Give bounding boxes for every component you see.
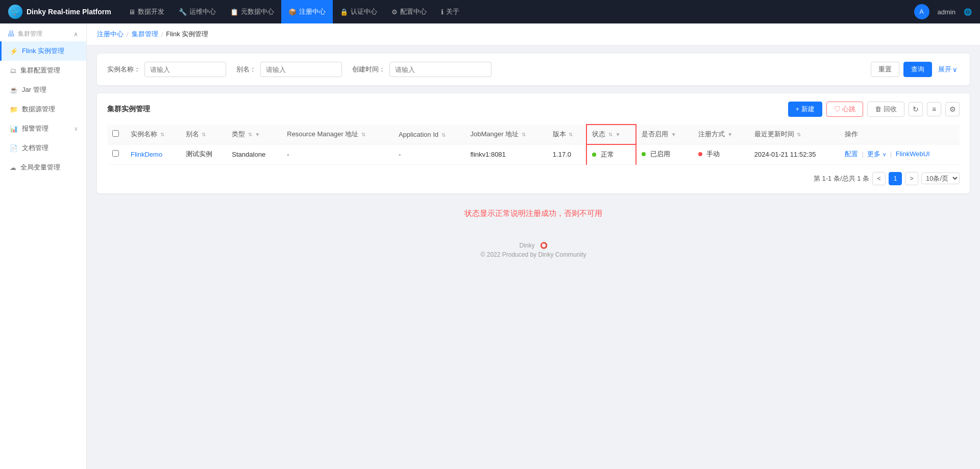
column-settings-icon-btn[interactable]: ≡ bbox=[927, 102, 941, 116]
rm-sort-icon[interactable]: ⇅ bbox=[361, 132, 365, 137]
alias-sort-icon[interactable]: ⇅ bbox=[202, 132, 206, 137]
version-sort-icon[interactable]: ⇅ bbox=[569, 132, 573, 137]
sidebar-item-report[interactable]: 📊 报警管理 ∨ bbox=[0, 119, 86, 138]
refresh-icon-btn[interactable]: ↻ bbox=[909, 102, 923, 116]
webui-action[interactable]: FlinkWebUI bbox=[896, 150, 930, 158]
nav-register-center[interactable]: 📦 注册中心 bbox=[281, 0, 333, 23]
data-table: 实例名称 ⇅ 别名 ⇅ 类型 ⇅ ▼ bbox=[107, 124, 960, 165]
sidebar-group-label: 品 集群管理 bbox=[8, 30, 42, 38]
sidebar-item-jar[interactable]: ☕ Jar 管理 bbox=[0, 80, 86, 100]
sidebar-item-flink-instance[interactable]: ⚡ Flink 实例管理 bbox=[0, 41, 86, 61]
sidebar-item-datasource[interactable]: 📁 数据源管理 bbox=[0, 100, 86, 119]
row-actions-cell: 配置 | 更多 ∨ | FlinkWebUI bbox=[840, 144, 960, 165]
create-time-input[interactable] bbox=[389, 62, 492, 77]
sidebar-cluster-config-label: 集群配置管理 bbox=[20, 66, 60, 75]
th-enabled: 是否启用 ▼ bbox=[636, 125, 693, 144]
row-version: 1.17.0 bbox=[553, 151, 571, 158]
row-checkbox-cell bbox=[107, 144, 126, 165]
reset-button[interactable]: 重置 bbox=[871, 62, 899, 77]
next-page-btn[interactable]: > bbox=[905, 172, 918, 185]
name-sort-icon[interactable]: ⇅ bbox=[160, 132, 164, 137]
th-type: 类型 ⇅ ▼ bbox=[227, 125, 282, 144]
sidebar-report-label: 报警管理 bbox=[22, 124, 48, 133]
nav-ops-center[interactable]: 🔧 运维中心 bbox=[172, 0, 223, 23]
appid-sort-icon[interactable]: ⇅ bbox=[442, 132, 446, 138]
nav-ops-label: 运维中心 bbox=[189, 7, 216, 16]
query-button[interactable]: 查询 bbox=[903, 62, 932, 77]
auth-icon: 🔒 bbox=[340, 8, 348, 16]
more-action[interactable]: 更多 ∨ bbox=[867, 150, 888, 158]
table-settings-icon-btn[interactable]: ⚙ bbox=[945, 102, 960, 116]
row-version-cell: 1.17.0 bbox=[548, 144, 586, 165]
row-name-cell: FlinkDemo bbox=[126, 144, 181, 165]
regmethod-filter-icon[interactable]: ▼ bbox=[727, 132, 732, 137]
row-time: 2024-01-21 11:52:35 bbox=[754, 151, 816, 158]
avatar[interactable]: A bbox=[914, 4, 929, 19]
hint-text: 状态显示正常说明注册成功，否则不可用 bbox=[97, 209, 970, 218]
row-type-cell: Standalone bbox=[227, 144, 282, 165]
sidebar-item-global-var[interactable]: ☁ 全局变量管理 bbox=[0, 158, 86, 177]
nav-register-label: 注册中心 bbox=[299, 7, 326, 16]
row-time-cell: 2024-01-21 11:52:35 bbox=[749, 144, 840, 165]
row-type: Standalone bbox=[232, 151, 265, 158]
type-sort-icon[interactable]: ⇅ bbox=[248, 132, 252, 137]
enabled-filter-icon[interactable]: ▼ bbox=[671, 132, 676, 137]
th-alias: 别名 ⇅ bbox=[181, 125, 227, 144]
th-resource-manager: Resource Manager 地址 ⇅ bbox=[282, 125, 394, 144]
recycle-button[interactable]: 🗑 回收 bbox=[867, 102, 904, 117]
lang-icon[interactable]: 🌐 bbox=[964, 8, 972, 16]
sidebar-item-docs[interactable]: 📄 文档管理 bbox=[0, 138, 86, 158]
heartbeat-button[interactable]: ♡ 心跳 bbox=[826, 102, 864, 117]
nav-about[interactable]: ℹ 关于 bbox=[434, 0, 467, 23]
expand-button[interactable]: 展开 ∨ bbox=[936, 62, 960, 77]
table-row: FlinkDemo 测试实例 Standalone - bbox=[107, 144, 960, 165]
sidebar-item-cluster-config[interactable]: 🗂 集群配置管理 bbox=[0, 61, 86, 80]
row-regmethod-cell: 手动 bbox=[693, 144, 749, 165]
footer-brand: Dinky bbox=[519, 242, 534, 249]
username: admin bbox=[938, 8, 955, 16]
row-checkbox[interactable] bbox=[112, 150, 119, 157]
collapse-icon[interactable]: ∧ bbox=[74, 31, 78, 38]
prev-page-btn[interactable]: < bbox=[872, 172, 886, 185]
about-icon: ℹ bbox=[441, 8, 444, 16]
filter-card: 实例名称： 别名： 创建时间： 重置 查询 bbox=[97, 54, 970, 85]
config-icon: ⚙ bbox=[391, 8, 398, 16]
datasource-icon: 📁 bbox=[10, 106, 18, 113]
nav-data-dev[interactable]: 🖥 数据开发 bbox=[121, 0, 172, 23]
row-regmethod: 手动 bbox=[706, 150, 720, 158]
sidebar-global-var-label: 全局变量管理 bbox=[20, 163, 60, 172]
jm-sort-icon[interactable]: ⇅ bbox=[522, 132, 526, 137]
status-sort-icon[interactable]: ⇅ bbox=[608, 132, 612, 137]
per-page-select[interactable]: 10条/页 20条/页 50条/页 bbox=[921, 172, 960, 184]
nav-about-label: 关于 bbox=[446, 7, 459, 16]
table-header: 集群实例管理 + 新建 ♡ 心跳 🗑 回收 ↻ ≡ ⚙ bbox=[107, 102, 960, 117]
report-icon: 📊 bbox=[10, 125, 18, 133]
pagination-row: 第 1-1 条/总共 1 条 < 1 > 10条/页 20条/页 50条/页 bbox=[107, 172, 960, 185]
status-filter-icon[interactable]: ▼ bbox=[615, 132, 620, 137]
type-filter-icon[interactable]: ▼ bbox=[255, 132, 260, 137]
breadcrumb-item-2[interactable]: 集群管理 bbox=[132, 30, 158, 39]
th-register-method: 注册方式 ▼ bbox=[693, 125, 749, 144]
global-var-icon: ☁ bbox=[10, 164, 16, 171]
group-icon: 品 bbox=[8, 30, 14, 37]
th-name: 实例名称 ⇅ bbox=[126, 125, 181, 144]
configure-action[interactable]: 配置 bbox=[845, 150, 858, 158]
time-sort-icon[interactable]: ⇅ bbox=[797, 132, 801, 137]
expand-label: 展开 bbox=[938, 65, 951, 74]
nav-meta-center[interactable]: 📋 元数据中心 bbox=[223, 0, 281, 23]
alias-input[interactable] bbox=[260, 62, 342, 77]
footer-icons: Dinky ⭕ bbox=[87, 242, 980, 249]
row-rm-cell: - bbox=[282, 144, 394, 165]
nav-config-center[interactable]: ⚙ 配置中心 bbox=[384, 0, 434, 23]
github-icon[interactable]: ⭕ bbox=[540, 242, 548, 249]
new-button[interactable]: + 新建 bbox=[788, 102, 822, 117]
breadcrumb-item-1[interactable]: 注册中心 bbox=[97, 30, 124, 39]
instance-name-input[interactable] bbox=[144, 62, 226, 77]
nav-auth-center[interactable]: 🔒 认证中心 bbox=[333, 0, 384, 23]
table-card: 集群实例管理 + 新建 ♡ 心跳 🗑 回收 ↻ ≡ ⚙ bbox=[97, 93, 970, 193]
more-chevron-icon: ∨ bbox=[883, 152, 886, 157]
row-rm: - bbox=[287, 151, 289, 158]
row-name[interactable]: FlinkDemo bbox=[131, 151, 162, 158]
current-page-btn[interactable]: 1 bbox=[889, 172, 902, 185]
select-all-checkbox[interactable] bbox=[112, 130, 119, 137]
